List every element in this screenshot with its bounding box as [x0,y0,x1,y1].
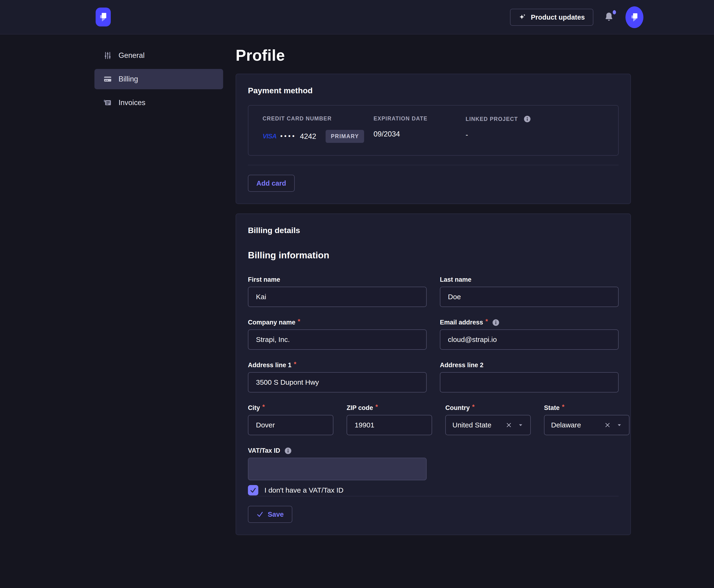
sidebar-item-billing[interactable]: Billing [94,69,223,89]
notification-dot [613,10,616,15]
required-marker: * [472,403,475,411]
last-name-label: Last name [440,276,618,284]
clear-icon[interactable] [505,421,512,428]
sidebar-item-label: Invoices [119,99,145,107]
required-marker: * [294,361,297,368]
check-icon [250,487,256,493]
required-marker: * [298,318,300,325]
email-label: Email address* [440,319,618,326]
payment-divider [248,165,618,165]
country-field: Country* United State [445,404,531,435]
address-line2-input[interactable] [440,372,618,393]
billing-information-title: Billing information [248,250,618,260]
linked-project-header-label: LINKED PROJECT [466,116,518,122]
city-field: City* [248,404,333,435]
header-actions: Product updates [510,0,644,35]
first-name-field: First name [248,276,427,307]
first-name-input[interactable] [248,287,427,307]
card-masked-dots: •••• [280,132,296,140]
info-icon[interactable] [492,319,499,326]
address-line1-label: Address line 1* [248,361,427,369]
required-marker: * [375,403,378,411]
vat-field: VAT/Tax ID [248,447,427,496]
user-avatar[interactable] [626,6,644,28]
company-name-input[interactable] [248,330,427,350]
required-marker: * [485,318,488,325]
svg-text:$: $ [104,100,106,103]
strapi-logo-icon [98,11,108,23]
add-card-button[interactable]: Add card [248,175,295,192]
address-line2-label-text: Address line 2 [440,361,484,369]
sparkle-icon [519,13,527,21]
product-updates-button[interactable]: Product updates [510,9,593,26]
app-window: Product updates [0,0,714,588]
city-input[interactable] [248,415,333,435]
credit-card-number-col: CREDIT CARD NUMBER VISA •••• 4242 PRIMAR… [262,115,374,143]
sidebar-item-label: Billing [119,75,138,83]
billing-form: First name Last name Company na [248,276,618,496]
top-navbar: Product updates [0,0,714,35]
company-name-label-text: Company name [248,319,295,326]
first-name-label-text: First name [248,276,280,284]
address-line2-label: Address line 2 [440,361,618,369]
vat-input[interactable] [248,458,427,480]
sidebar-item-label: General [119,51,145,60]
credit-card-row: CREDIT CARD NUMBER VISA •••• 4242 PRIMAR… [248,105,618,155]
chevron-down-icon[interactable] [518,422,524,428]
sidebar-item-invoices[interactable]: $ Invoices [94,92,223,113]
page-title: Profile [236,46,631,64]
notifications-button[interactable] [604,10,615,24]
zip-code-field: ZIP code* [346,404,432,435]
linked-project-value: - [466,131,604,139]
address-line1-input[interactable] [248,372,427,393]
info-icon[interactable] [524,115,531,123]
info-icon[interactable] [285,447,292,454]
vat-checkbox-row: I don't have a VAT/Tax ID [248,485,427,496]
payment-method-title: Payment method [248,86,618,95]
zip-code-label-text: ZIP code [346,404,373,412]
save-button[interactable]: Save [248,506,292,523]
expiration-header: EXPIRATION DATE [374,115,466,122]
visa-logo: VISA [262,133,276,140]
credit-card-number-header: CREDIT CARD NUMBER [262,115,374,122]
vat-label-text: VAT/Tax ID [248,447,280,454]
required-marker: * [562,403,565,411]
add-card-label: Add card [256,180,286,187]
credit-card-icon [103,75,112,83]
state-label: State* [544,404,629,412]
required-marker: * [262,403,265,411]
chevron-down-icon[interactable] [616,422,623,428]
state-field: State* Delaware [544,404,629,435]
clear-icon[interactable] [604,421,611,428]
city-label: City* [248,404,333,412]
zip-code-label: ZIP code* [346,404,432,412]
primary-badge: PRIMARY [326,130,364,143]
invoice-icon: $ [103,99,112,107]
billing-divider [248,496,618,496]
vat-checkbox[interactable] [248,485,258,496]
country-label: Country* [445,404,531,412]
sliders-icon [103,51,112,60]
last-name-label-text: Last name [440,276,471,284]
email-input[interactable] [440,330,618,350]
settings-sidebar: General Billing $ Invoices [94,45,223,113]
email-field: Email address* [440,319,618,350]
billing-details-title: Billing details [248,226,618,235]
last-name-input[interactable] [440,287,618,307]
zip-code-input[interactable] [346,415,432,435]
strapi-logo[interactable] [96,7,111,26]
country-select[interactable]: United State [445,415,531,435]
company-name-label: Company name* [248,319,427,326]
address-line1-field: Address line 1* [248,361,427,393]
vat-checkbox-label[interactable]: I don't have a VAT/Tax ID [265,486,343,494]
expiration-value: 09/2034 [374,130,466,139]
save-label: Save [268,510,284,518]
city-label-text: City [248,404,260,412]
sidebar-item-general[interactable]: General [94,45,223,66]
payment-method-card: Payment method CREDIT CARD NUMBER VISA •… [236,74,631,204]
state-select[interactable]: Delaware [544,415,629,435]
credit-card-number-value: VISA •••• 4242 PRIMARY [262,130,374,143]
linked-project-col: LINKED PROJECT - [466,115,604,143]
first-name-label: First name [248,276,427,284]
company-name-field: Company name* [248,319,427,350]
